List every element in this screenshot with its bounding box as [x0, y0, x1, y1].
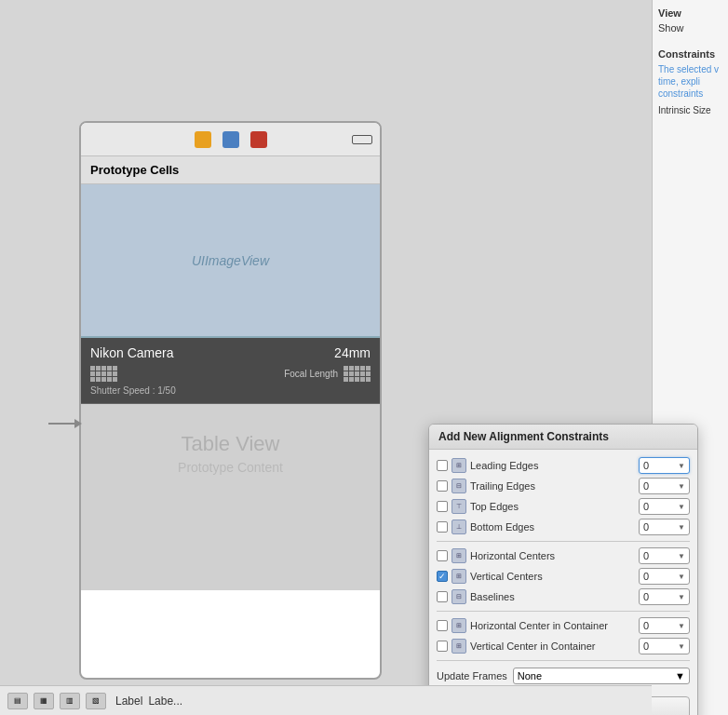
checkbox-baselines[interactable] [437, 591, 448, 602]
image-view-label: UIImageView [192, 253, 269, 268]
constraint-row-baselines: ⊟ Baselines 0 ▼ [437, 587, 690, 607]
device-toolbar [81, 123, 380, 156]
pixel-icons-left [90, 366, 117, 382]
icon-vcenter-container: ⊞ [452, 639, 466, 654]
checkbox-hcenter-container[interactable] [437, 620, 448, 631]
popup-title: Add New Alignment Constraints [429, 425, 697, 450]
icon-hcenter: ⊞ [452, 548, 466, 563]
value-hcenter[interactable]: 0 ▼ [639, 547, 690, 564]
update-frames-arrow-icon: ▼ [675, 670, 685, 681]
view-title: View [658, 7, 722, 19]
table-view-subtitle: Prototype Content [178, 460, 283, 475]
popup-body: ⊞ Leading Edges 0 ▼ ⊟ Trailing Edges 0 ▼ [429, 450, 697, 693]
constraint-row-hcenter-container: ⊞ Horizontal Center in Container 0 ▼ [437, 615, 690, 636]
value-baselines[interactable]: 0 ▼ [639, 588, 690, 605]
shutter-row: Shutter Speed : 1/50 [90, 385, 371, 396]
constraint-row-leading: ⊞ Leading Edges 0 ▼ [437, 455, 690, 476]
checkbox-trailing[interactable] [437, 480, 448, 492]
update-frames-row: Update Frames None ▼ [437, 665, 690, 687]
update-frames-select[interactable]: None ▼ [513, 668, 690, 684]
label-vcenter-container: Vertical Center in Container [470, 641, 635, 652]
show-label: Show [658, 22, 722, 34]
constraint-row-top: ⊤ Top Edges 0 ▼ [437, 496, 690, 517]
checkbox-vcenter[interactable] [437, 571, 448, 582]
icon-leading: ⊞ [452, 458, 466, 473]
constraint-row-vcenter-container: ⊞ Vertical Center in Container 0 ▼ [437, 636, 690, 656]
constraint-row-hcenter: ⊞ Horizontal Centers 0 ▼ [437, 546, 690, 566]
cell-value: 24mm [334, 345, 371, 360]
constraint-row-bottom: ⊥ Bottom Edges 0 ▼ [437, 517, 690, 537]
checkbox-top[interactable] [437, 501, 448, 512]
icon-bottom: ⊥ [452, 519, 466, 534]
value-hcenter-container[interactable]: 0 ▼ [639, 617, 690, 634]
nav-title: Prototype Cells [81, 156, 380, 184]
label-bottom: Bottom Edges [470, 521, 635, 533]
cell-title: Nikon Camera [90, 345, 173, 360]
label-trailing: Trailing Edges [470, 480, 635, 492]
cell-content: Nikon Camera 24mm Focal Length [81, 338, 380, 404]
canvas-area: Prototype Cells UIImageView Nikon Camera… [0, 0, 652, 715]
icon-baselines: ⊟ [452, 589, 466, 604]
checkbox-leading[interactable] [437, 460, 448, 471]
separator-3 [437, 660, 690, 661]
cell-icons-row: Focal Length [90, 366, 371, 382]
checkbox-bottom[interactable] [437, 521, 448, 533]
label-hcenter-container: Horizontal Center in Container [470, 620, 635, 631]
label-top: Top Edges [470, 501, 635, 512]
separator-2 [437, 611, 690, 612]
value-top[interactable]: 0 ▼ [639, 498, 690, 515]
label-leading: Leading Edges [470, 460, 635, 471]
battery-icon [352, 135, 372, 144]
bottom-icon-3[interactable]: ▥ [60, 693, 80, 709]
constraints-popup: Add New Alignment Constraints ⊞ Leading … [428, 424, 698, 715]
value-vcenter[interactable]: 0 ▼ [639, 568, 690, 585]
label-hcenter: Horizontal Centers [470, 550, 635, 561]
bottom-label-1: Label [115, 695, 142, 708]
icon-hcenter-container: ⊞ [452, 618, 466, 633]
toolbar-icon-red [250, 131, 267, 148]
table-view-area: Table View Prototype Content [81, 404, 380, 590]
value-trailing[interactable]: 0 ▼ [639, 478, 690, 494]
table-view-title: Table View [182, 432, 280, 456]
value-vcenter-container[interactable]: 0 ▼ [639, 638, 690, 654]
nav-title-text: Prototype Cells [90, 163, 179, 177]
toolbar-icon-blue [222, 131, 239, 148]
value-leading[interactable]: 0 ▼ [639, 457, 690, 474]
image-view-area: UIImageView [81, 184, 380, 338]
checkbox-hcenter[interactable] [437, 550, 448, 561]
arrow-indicator [48, 419, 82, 428]
focal-group: Focal Length [284, 366, 371, 382]
pixel-icons-right [344, 366, 371, 382]
constraint-row-vcenter: ⊞ Vertical Centers 0 ▼ [437, 566, 690, 587]
constraints-text: The selected v time, expli constraints [658, 63, 722, 100]
cell-title-row: Nikon Camera 24mm [90, 345, 371, 360]
icon-trailing: ⊟ [452, 479, 466, 493]
label-baselines: Baselines [470, 591, 635, 602]
intrinsic-size-label: Intrinsic Size [658, 105, 722, 115]
label-vcenter: Vertical Centers [470, 571, 635, 582]
focal-label: Focal Length [284, 369, 338, 379]
value-bottom[interactable]: 0 ▼ [639, 519, 690, 535]
bottom-label-2: Labe... [148, 695, 182, 708]
constraint-row-trailing: ⊟ Trailing Edges 0 ▼ [437, 476, 690, 496]
toolbar-icon-orange [195, 131, 211, 148]
device-mockup: Prototype Cells UIImageView Nikon Camera… [79, 121, 382, 680]
checkbox-vcenter-container[interactable] [437, 641, 448, 652]
icon-top: ⊤ [452, 499, 466, 514]
update-frames-label: Update Frames [437, 670, 507, 681]
bottom-icon-1[interactable]: ▤ [7, 693, 28, 709]
arrow-head [74, 419, 82, 428]
icon-vcenter: ⊞ [452, 569, 466, 584]
separator-1 [437, 541, 690, 542]
bottom-icon-4[interactable]: ▧ [86, 693, 106, 709]
bottom-toolbar: ▤ ▦ ▥ ▧ Label Labe... [0, 685, 652, 715]
arrow-line [48, 423, 74, 425]
constraints-title: Constraints [658, 48, 722, 60]
update-frames-value: None [518, 670, 542, 681]
bottom-icon-2[interactable]: ▦ [34, 693, 54, 709]
shutter-label: Shutter Speed : 1/50 [90, 385, 176, 396]
